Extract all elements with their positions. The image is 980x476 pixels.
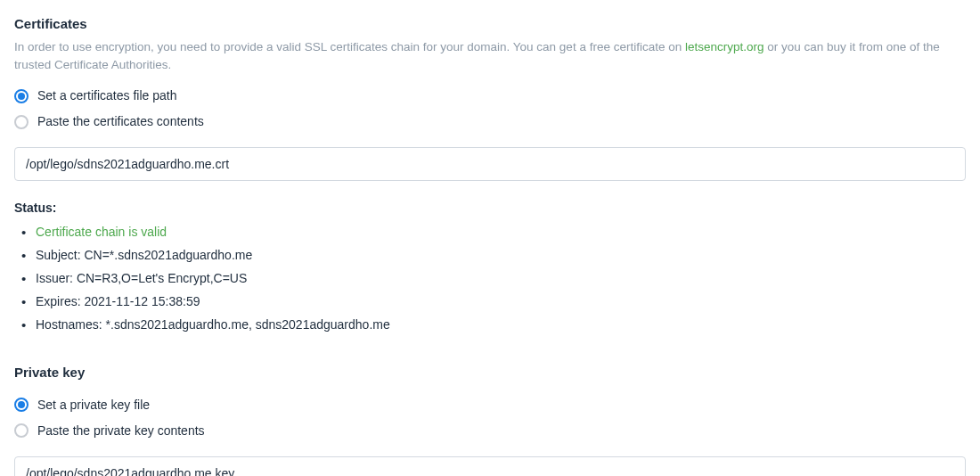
letsencrypt-link[interactable]: letsencrypt.org: [685, 40, 764, 53]
cert-radio-path-row[interactable]: Set a certificates file path: [14, 86, 966, 105]
pk-radio-paste-label: Paste the private key contents: [37, 422, 205, 440]
cert-status-list: Certificate chain is valid Subject: CN=*…: [14, 223, 966, 334]
certificates-title: Certificates: [14, 14, 966, 35]
pk-radio-paste[interactable]: [14, 423, 29, 438]
private-key-title: Private key: [14, 363, 966, 383]
pk-radio-path[interactable]: [14, 398, 29, 412]
cert-status-subject: Subject: CN=*.sdns2021adguardho.me: [20, 246, 966, 265]
cert-radio-paste[interactable]: [14, 115, 29, 129]
pk-radio-path-row[interactable]: Set a private key file: [14, 396, 966, 414]
cert-radio-paste-label: Paste the certificates contents: [37, 112, 204, 131]
cert-status-valid: Certificate chain is valid: [20, 223, 966, 242]
cert-status-issuer: Issuer: CN=R3,O=Let's Encrypt,C=US: [20, 269, 966, 288]
cert-radio-paste-row[interactable]: Paste the certificates contents: [14, 112, 966, 131]
pk-radio-path-label: Set a private key file: [37, 396, 150, 414]
cert-status-hostnames: Hostnames: *.sdns2021adguardho.me, sdns2…: [20, 316, 966, 334]
cert-status-expires: Expires: 2021-11-12 15:38:59: [20, 292, 966, 311]
certificates-description: In order to use encryption, you need to …: [14, 38, 966, 75]
pk-path-input[interactable]: [14, 456, 966, 477]
cert-status-label: Status:: [14, 199, 966, 217]
pk-radio-paste-row[interactable]: Paste the private key contents: [14, 422, 966, 440]
cert-radio-path[interactable]: [14, 89, 29, 103]
cert-path-input[interactable]: [14, 147, 966, 181]
certificates-section: Certificates In order to use encryption,…: [14, 14, 966, 334]
cert-radio-path-label: Set a certificates file path: [37, 86, 176, 105]
certificates-desc-before: In order to use encryption, you need to …: [14, 40, 685, 53]
private-key-section: Private key Set a private key file Paste…: [14, 363, 966, 476]
